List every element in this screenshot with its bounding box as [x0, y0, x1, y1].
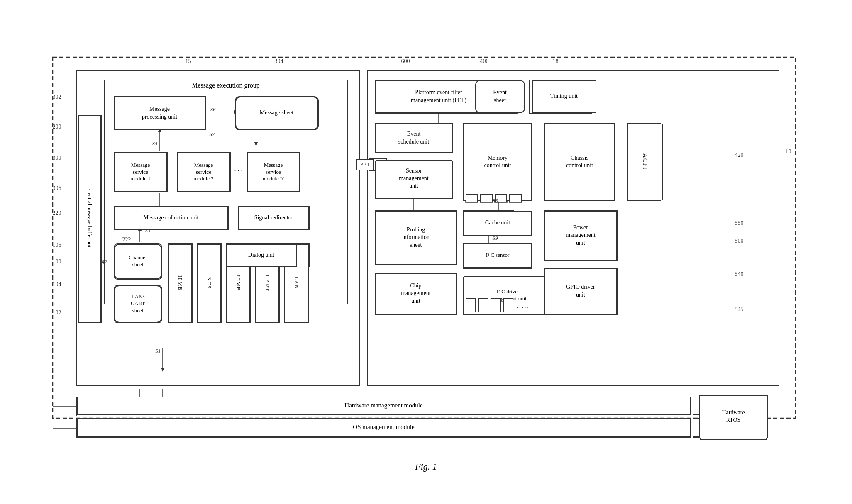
- gpio-driver-unit: GPIO driverunit: [544, 268, 617, 314]
- ref-540: 540: [735, 271, 744, 278]
- chip-mgmt-unit: Chipmanagementunit: [376, 273, 457, 314]
- lan-uart-sheet: LAN/UARTsheet: [114, 285, 162, 323]
- signal-redirector: Signal redirector: [239, 207, 309, 229]
- mem-cell-4: [509, 194, 522, 202]
- kcs-box: KCS: [197, 244, 221, 323]
- os-mgmt-module: OS management module: [77, 418, 691, 437]
- signal-s7: S7: [210, 131, 215, 138]
- msg-collection-unit: Message collection unit: [114, 207, 228, 229]
- hardware-rtos: HardwareRTOS: [699, 395, 768, 438]
- dots-2: · · · · ·: [517, 304, 529, 311]
- probing-info-sheet: Probinginformationsheet: [376, 211, 457, 265]
- ref-545: 545: [735, 306, 744, 313]
- diagram: 302 200 300 306 220 106 100 104 102 15 3…: [40, 32, 812, 472]
- ref-102: 102: [53, 309, 61, 316]
- power-mgmt-unit: Powermanagementunit: [544, 211, 617, 261]
- i2c-cell-1: [466, 298, 476, 312]
- ref-10: 10: [786, 149, 791, 155]
- msg-service-1: Messageservicemodule 1: [114, 153, 167, 192]
- signal-s9: S9: [493, 235, 498, 241]
- mem-cell-1: [466, 194, 478, 202]
- ref-400: 400: [480, 58, 489, 65]
- ref-222: 222: [122, 236, 131, 243]
- i2c-cell-3: [491, 298, 501, 312]
- i2c-sensor: I² C sensor: [464, 243, 532, 268]
- event-schedule-unit: Eventschedule unit: [376, 124, 452, 153]
- hw-mgmt-module: Hardware management module: [77, 397, 691, 415]
- msg-processing-unit: Messageprocessing unit: [114, 97, 205, 130]
- ref-100: 100: [53, 258, 61, 265]
- signal-s8: S8: [493, 197, 498, 204]
- ref-220: 220: [53, 210, 61, 217]
- ref-306: 306: [53, 185, 61, 192]
- chassis-control-unit: Chassiscontrol unit: [544, 124, 615, 200]
- event-sheet: Eventsheet: [475, 80, 525, 113]
- ref-15: 15: [186, 58, 191, 65]
- signal-s6: S6: [210, 106, 216, 113]
- ref-600: 600: [401, 58, 410, 65]
- msg-exec-group-label: Message execution group: [105, 80, 347, 92]
- svg-marker-62: [161, 368, 164, 372]
- timing-unit: Timing unit: [532, 80, 596, 113]
- dialog-unit: Dialog unit: [226, 244, 297, 267]
- connector-top: [693, 397, 700, 415]
- dots-1: · · ·: [234, 167, 243, 175]
- i2c-cell-2: [478, 298, 488, 312]
- ref-420: 420: [735, 152, 744, 158]
- signal-s4: S4: [152, 140, 158, 147]
- ipmb-box: IPMB: [168, 244, 192, 323]
- signal-s1: S1: [156, 348, 161, 354]
- ref-500: 500: [735, 238, 744, 244]
- cache-unit: Cache unit: [464, 211, 532, 236]
- ref-302: 302: [53, 94, 61, 100]
- memory-control-unit: Memorycontrol unit: [464, 124, 532, 200]
- ref-300: 300: [53, 155, 61, 161]
- i2c-cell-4: [503, 298, 513, 312]
- ref-550: 550: [735, 220, 744, 226]
- message-sheet: Message sheet: [235, 97, 318, 130]
- acpi-box: ACPI: [627, 124, 663, 200]
- ref-104: 104: [53, 281, 61, 288]
- sensor-mgmt-unit: Sensormanagementunit: [376, 160, 452, 197]
- fig-caption: Fig. 1: [415, 461, 437, 472]
- msg-service-2: Messageservicemodule 2: [177, 153, 230, 192]
- ref-106: 106: [53, 242, 61, 248]
- ref-200: 200: [53, 124, 61, 130]
- page: 302 200 300 306 220 106 100 104 102 15 3…: [0, 0, 852, 504]
- signal-s2: S2: [102, 258, 107, 265]
- signal-s3: S3: [145, 227, 151, 234]
- mem-cell-2: [480, 194, 493, 202]
- ref-18: 18: [553, 58, 559, 65]
- central-msg-buffer: Central message buffer unit: [78, 115, 101, 323]
- connector-bottom: [693, 418, 700, 437]
- pet-label: PET: [356, 159, 374, 170]
- svg-marker-52: [254, 142, 258, 146]
- ref-304: 304: [275, 58, 283, 65]
- channel-sheet: Channelsheet: [114, 244, 162, 279]
- msg-service-n: Messageservicemodule N: [247, 153, 300, 192]
